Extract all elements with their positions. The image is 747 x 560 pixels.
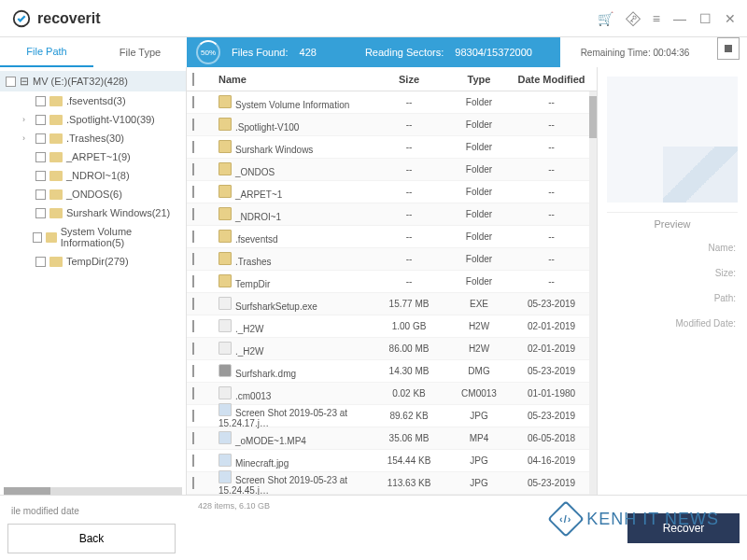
checkbox[interactable]	[192, 477, 194, 489]
checkbox[interactable]	[192, 343, 194, 355]
table-row[interactable]: .Trashes--Folder--	[187, 248, 597, 271]
table-row[interactable]: Surshark Windows--Folder--	[187, 136, 597, 159]
tree-item-label: .fseventsd(3)	[66, 95, 126, 106]
file-type: DMG	[446, 366, 512, 376]
tree-item[interactable]: _NDROI~1(8)	[0, 166, 186, 185]
table-row[interactable]: Screen Shot 2019-05-23 at 15.24.45.j…113…	[187, 472, 597, 495]
file-name: Screen Shot 2019-05-23 at 15.24.45.j…	[218, 475, 347, 495]
checkbox[interactable]	[35, 189, 46, 200]
checkbox[interactable]	[192, 320, 194, 332]
table-row[interactable]: ._H2W86.00 MBH2W02-01-2019	[187, 338, 597, 360]
status-text: 428 items, 6.10 GB	[198, 501, 270, 511]
sidebar-scrollbar[interactable]	[4, 487, 182, 495]
checkbox[interactable]	[35, 115, 46, 125]
table-row[interactable]: SurfsharkSetup.exe15.77 MBEXE05-23-2019	[187, 293, 597, 315]
tree-item[interactable]: ›.Trashes(30)	[0, 129, 186, 147]
list-scrollbar[interactable]	[589, 91, 597, 495]
checkbox[interactable]	[192, 186, 194, 198]
checkbox[interactable]	[35, 171, 46, 181]
checkbox[interactable]	[6, 77, 16, 87]
table-row[interactable]: System Volume Information--Folder--	[187, 91, 597, 114]
col-type[interactable]: Type	[446, 74, 512, 85]
file-date: --	[512, 209, 591, 219]
table-row[interactable]: _ONDOS--Folder--	[187, 159, 597, 181]
tree-item[interactable]: ›.Spotlight-V100(39)	[0, 110, 186, 129]
detail-modified: Modified Date:	[607, 311, 738, 336]
file-name: .Spotlight-V100	[235, 122, 299, 133]
checkbox[interactable]	[35, 152, 46, 162]
checkbox[interactable]	[35, 96, 46, 106]
expand-icon[interactable]: ›	[22, 115, 32, 124]
menu-icon[interactable]: ≡	[653, 11, 660, 26]
folder-icon	[49, 152, 63, 162]
table-row[interactable]: Surfshark.dmg14.30 MBDMG05-23-2019	[187, 360, 597, 383]
table-row[interactable]: Minecraft.jpg154.44 KBJPG04-16-2019	[187, 450, 597, 472]
checkbox[interactable]	[33, 232, 42, 243]
tree-item[interactable]: _ONDOS(6)	[0, 185, 186, 203]
tree-root[interactable]: ⊟ MV (E:)(FAT32)(428)	[0, 71, 186, 91]
minimize-button[interactable]: —	[673, 11, 686, 26]
table-row[interactable]: Screen Shot 2019-05-23 at 15.24.17.j…89.…	[187, 405, 597, 427]
checkbox[interactable]	[192, 455, 194, 467]
file-name: ._H2W	[235, 346, 264, 357]
close-button[interactable]: ✕	[725, 11, 736, 26]
table-row[interactable]: .Spotlight-V100--Folder--	[187, 114, 597, 136]
tab-file-type[interactable]: File Type	[93, 37, 187, 67]
checkbox[interactable]	[192, 119, 194, 131]
tree-item[interactable]: .fseventsd(3)	[0, 91, 186, 110]
col-name[interactable]: Name	[215, 74, 372, 85]
tree-item[interactable]: System Volume Information(5)	[0, 222, 186, 252]
checkbox[interactable]	[35, 257, 46, 267]
checkbox[interactable]	[192, 208, 194, 220]
checkbox[interactable]	[192, 298, 194, 310]
checkbox[interactable]	[35, 208, 46, 218]
col-size[interactable]: Size	[372, 74, 446, 85]
file-date: --	[512, 164, 591, 175]
maximize-button[interactable]: ☐	[699, 11, 712, 26]
checkbox[interactable]	[192, 410, 194, 422]
table-row[interactable]: ._H2W1.00 GBH2W02-01-2019	[187, 315, 597, 338]
checkbox[interactable]	[192, 253, 194, 265]
expand-icon[interactable]: ›	[22, 133, 32, 143]
list-header: Name Size Type Date Modified	[187, 67, 597, 91]
checkbox[interactable]	[192, 387, 194, 399]
tab-file-path[interactable]: File Path	[0, 37, 93, 67]
file-type: MP4	[446, 433, 512, 443]
tree-root-label: MV (E:)(FAT32)(428)	[33, 76, 128, 87]
checkbox[interactable]	[192, 163, 194, 175]
detail-size: Size:	[607, 260, 738, 286]
folder-icon	[218, 252, 232, 265]
stop-button[interactable]	[717, 37, 740, 60]
checkbox[interactable]	[35, 133, 46, 144]
checkbox[interactable]	[192, 96, 194, 108]
tree-item[interactable]: Surshark Windows(21)	[0, 203, 186, 222]
table-row[interactable]: .cm00130.02 KBCM001301-01-1980	[187, 383, 597, 405]
back-button[interactable]: Back	[7, 524, 176, 553]
file-name: SurfsharkSetup.exe	[235, 301, 317, 312]
table-row[interactable]: _oMODE~1.MP435.06 MBMP406-05-2018	[187, 427, 597, 450]
key-icon[interactable]: ⚿	[623, 8, 642, 28]
checkbox[interactable]	[192, 432, 194, 444]
file-date: --	[512, 231, 591, 242]
table-row[interactable]: .fseventsd--Folder--	[187, 226, 597, 248]
sidebar: ⊟ MV (E:)(FAT32)(428) .fseventsd(3)›.Spo…	[0, 67, 187, 495]
preview-label: Preview	[607, 212, 738, 235]
table-row[interactable]: _NDROI~1--Folder--	[187, 203, 597, 226]
watermark-icon	[548, 500, 585, 538]
file-type: JPG	[446, 411, 512, 421]
file-date: 02-01-2019	[512, 343, 591, 354]
tree-item[interactable]: TempDir(279)	[0, 252, 186, 271]
tree-item[interactable]: _ARPET~1(9)	[0, 147, 186, 166]
file-size: 86.00 MB	[372, 343, 446, 354]
file-date: 02-01-2019	[512, 321, 591, 331]
select-all-checkbox[interactable]	[192, 73, 194, 86]
list-body[interactable]: System Volume Information--Folder--.Spot…	[187, 91, 597, 495]
cart-icon[interactable]: 🛒	[598, 11, 613, 26]
table-row[interactable]: TempDir--Folder--	[187, 271, 597, 293]
checkbox[interactable]	[192, 275, 194, 287]
checkbox[interactable]	[192, 365, 194, 377]
checkbox[interactable]	[192, 141, 194, 153]
table-row[interactable]: _ARPET~1--Folder--	[187, 181, 597, 203]
checkbox[interactable]	[192, 231, 194, 243]
col-date[interactable]: Date Modified	[512, 74, 591, 85]
